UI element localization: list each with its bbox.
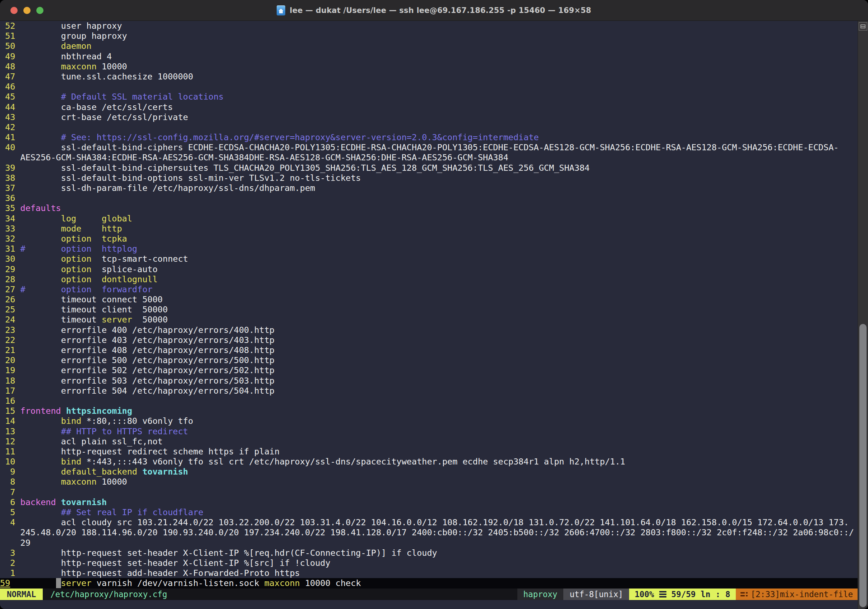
line-number: 4 xyxy=(0,517,20,527)
split-pane-button[interactable] xyxy=(859,22,867,31)
buffer-row: 46 xyxy=(0,82,857,92)
buffer-row: 36 xyxy=(0,193,857,203)
buffer-text: http-request redirect scheme https if pl… xyxy=(20,446,280,457)
buffer-text: # Default SSL material locations xyxy=(20,92,224,102)
buffer-row: 11 http-request redirect scheme https if… xyxy=(0,446,857,457)
buffer-row: 22 errorfile 403 /etc/haproxy/errors/403… xyxy=(0,335,857,345)
buffer-row: 10 bind *:443,:::443 v6only tfo ssl crt … xyxy=(0,457,857,467)
buffer-row: 26 timeout connect 5000 xyxy=(0,294,857,304)
line-number: 6 xyxy=(0,497,20,507)
buffer-text: user haproxy xyxy=(20,21,122,31)
line-number: 17 xyxy=(0,386,20,396)
line-number: 50 xyxy=(0,41,20,51)
buffer-row: 37 ssl-dh-param-file /etc/haproxy/ssl-dn… xyxy=(0,183,857,193)
trigram-icon xyxy=(659,591,666,598)
scrollbar-thumb[interactable] xyxy=(859,324,866,607)
line-number: 5 xyxy=(0,507,20,517)
column-number: 8 xyxy=(725,590,730,599)
split-pane-icon xyxy=(860,25,865,28)
line-position: 59/59 xyxy=(671,590,696,599)
warning-text: [2:33]mix-indent-file xyxy=(751,590,853,599)
buffer-text: 29 xyxy=(20,538,31,548)
scrollbar-track[interactable] xyxy=(857,21,868,609)
buffer-text: nbthread 4 xyxy=(20,51,112,62)
line-number: 49 xyxy=(0,51,20,62)
line-number xyxy=(0,527,20,538)
line-number: 22 xyxy=(0,335,20,345)
line-number: 8 xyxy=(0,477,20,487)
line-number: 9 xyxy=(0,467,20,477)
buffer-text: crt-base /etc/ssl/private xyxy=(20,112,188,122)
buffer-text: timeout connect 5000 xyxy=(20,294,163,304)
buffer-row: 39 ssl-default-bind-ciphersuites TLS_CHA… xyxy=(0,163,857,173)
buffer-row: 17 errorfile 504 /etc/haproxy/errors/504… xyxy=(0,386,857,396)
line-number: 15 xyxy=(0,406,20,416)
buffer-row: 21 errorfile 408 /etc/haproxy/errors/408… xyxy=(0,345,857,355)
scroll-percent: 100% xyxy=(634,590,654,599)
buffer-text: # option httplog xyxy=(20,244,137,254)
line-number xyxy=(0,152,20,163)
buffer-row: 42 xyxy=(0,122,857,132)
buffer-row: 245.48.0/20 188.114.96.0/20 190.93.240.0… xyxy=(0,527,857,538)
buffer-row: 3 http-request set-header X-Client-IP %[… xyxy=(0,548,857,558)
line-number: 16 xyxy=(0,396,20,406)
buffer-row: 40 ssl-default-bind-ciphers ECDHE-ECDSA-… xyxy=(0,142,857,152)
warning-segment: [2:33]mix-indent-file xyxy=(736,589,857,600)
buffer-text: option tcp-smart-connect xyxy=(20,254,188,264)
buffer-text: timeout client 50000 xyxy=(20,304,168,315)
buffer-row: 35 defaults xyxy=(0,203,857,213)
line-number: 20 xyxy=(0,355,20,365)
line-number: 34 xyxy=(0,214,20,224)
buffer-text: ## HTTP to HTTPS redirect xyxy=(20,426,188,437)
ln-label: ln xyxy=(701,590,710,599)
buffer-row: 19 errorfile 502 /etc/haproxy/errors/502… xyxy=(0,365,857,375)
buffer-row: 30 option tcp-smart-connect xyxy=(0,254,857,264)
line-number: 37 xyxy=(0,183,20,193)
buffer-row: 1 http-request add-header X-Forwarded-Pr… xyxy=(0,568,857,578)
line-number: 19 xyxy=(0,365,20,375)
buffer-row: 50 daemon xyxy=(0,41,857,51)
line-number: 18 xyxy=(0,376,20,386)
buffer-row: 24 timeout server 50000 xyxy=(0,315,857,325)
buffer-row: 25 timeout client 50000 xyxy=(0,304,857,315)
buffer-row: 27 # option forwardfor xyxy=(0,284,857,294)
line-number: 26 xyxy=(0,294,20,304)
line-number: 7 xyxy=(0,487,20,497)
vim-buffer[interactable]: 52 user haproxy 51 group haproxy 50 daem… xyxy=(0,21,857,589)
line-number xyxy=(0,538,20,548)
buffer-row: 44 ca-base /etc/ssl/certs xyxy=(0,102,857,112)
line-number: 31 xyxy=(0,244,20,254)
buffer-text: ssl-default-bind-ciphersuites TLS_CHACHA… xyxy=(20,163,590,173)
zoom-button[interactable] xyxy=(36,7,43,14)
buffer-text: default_backend tovarnish xyxy=(20,467,188,477)
line-number: 12 xyxy=(0,437,20,446)
buffer-text: ssl-dh-param-file /etc/haproxy/ssl-dns/d… xyxy=(20,183,315,193)
line-number: 36 xyxy=(0,193,20,203)
line-number: 39 xyxy=(0,163,20,173)
buffer-row: 31 # option httplog xyxy=(0,244,857,254)
home-folder-icon xyxy=(277,5,285,16)
buffer-text: errorfile 504 /etc/haproxy/errors/504.ht… xyxy=(20,386,274,396)
buffer-row: 9 default_backend tovarnish xyxy=(0,467,857,477)
buffer-text: mode http xyxy=(20,224,122,234)
line-number: 29 xyxy=(0,264,20,274)
buffer-row: 47 tune.ssl.cachesize 1000000 xyxy=(0,71,857,82)
buffer-text: group haproxy xyxy=(20,31,127,41)
minimize-button[interactable] xyxy=(23,7,31,14)
line-number: 44 xyxy=(0,102,20,112)
buffer-text: option splice-auto xyxy=(20,264,158,274)
buffer-row: 8 maxconn 10000 xyxy=(0,477,857,487)
buffer-row: 28 option dontlognull xyxy=(0,274,857,284)
buffer-text: tune.ssl.cachesize 1000000 xyxy=(20,71,193,82)
line-number: 48 xyxy=(0,62,20,71)
buffer-text: errorfile 500 /etc/haproxy/errors/500.ht… xyxy=(20,355,274,365)
line-number: 59 xyxy=(0,578,20,588)
encoding-segment: utf-8[unix] xyxy=(563,589,629,600)
close-button[interactable] xyxy=(11,7,18,14)
titlebar[interactable]: lee — dukat /Users/lee — ssh lee@69.167.… xyxy=(0,0,868,21)
cursor-block xyxy=(56,578,61,588)
terminal-pane[interactable]: 52 user haproxy 51 group haproxy 50 daem… xyxy=(0,21,857,609)
line-number: 47 xyxy=(0,71,20,82)
buffer-text: acl plain ssl_fc,not xyxy=(20,437,163,446)
buffer-text: 245.48.0/20 188.114.96.0/20 190.93.240.0… xyxy=(20,527,854,538)
